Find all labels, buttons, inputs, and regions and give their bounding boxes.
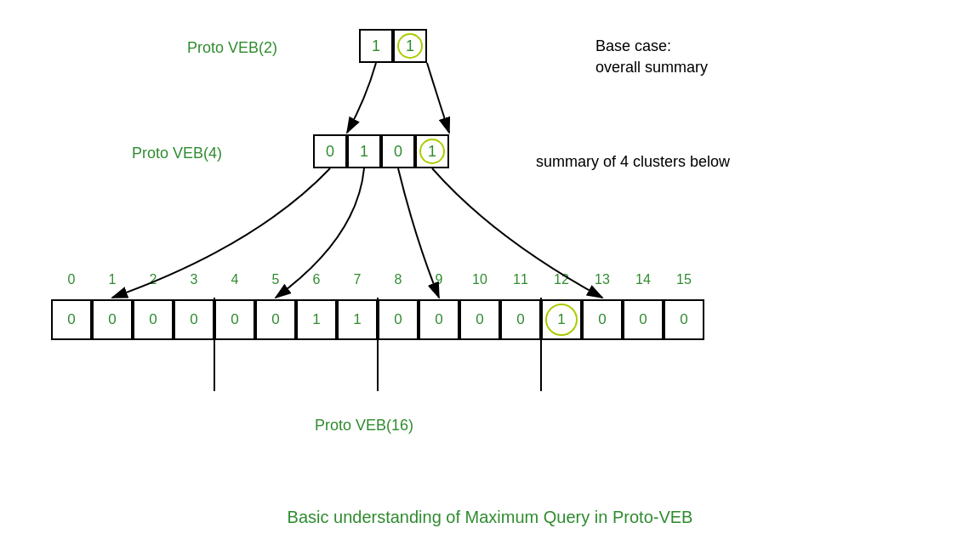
veb4-cell-1: 1 [347, 134, 381, 168]
index-num-2: 2 [133, 272, 174, 287]
index-num-1: 1 [92, 272, 133, 287]
veb16-cell-8: 0 [378, 299, 419, 340]
veb4-cell-3: 1 [415, 134, 449, 168]
veb2-boxes: 11 [359, 29, 427, 63]
veb16-cell-12: 1 [541, 299, 582, 340]
veb16-cell-2: 0 [133, 299, 174, 340]
veb4-boxes: 0101 [313, 134, 449, 168]
bottom-caption: Basic understanding of Maximum Query in … [0, 508, 980, 527]
veb16-cell-15: 0 [664, 299, 704, 340]
veb16-cell-14: 0 [623, 299, 664, 340]
veb16-cell-5: 0 [255, 299, 296, 340]
base-case-label: Base case: overall summary [595, 36, 708, 78]
index-num-4: 4 [214, 272, 255, 287]
index-num-6: 6 [296, 272, 337, 287]
index-num-9: 9 [419, 272, 459, 287]
index-num-11: 11 [500, 272, 541, 287]
index-num-12: 12 [541, 272, 582, 287]
veb16-cell-3: 0 [174, 299, 214, 340]
summary-label: summary of 4 clusters below [536, 153, 730, 171]
index-num-10: 10 [459, 272, 500, 287]
veb16-cell-13: 0 [582, 299, 623, 340]
veb4-cell-0: 0 [313, 134, 347, 168]
index-num-13: 13 [582, 272, 623, 287]
veb2-cell-0: 1 [359, 29, 393, 63]
veb4-cell-2: 0 [381, 134, 415, 168]
index-num-0: 0 [51, 272, 92, 287]
veb16-cell-4: 0 [214, 299, 255, 340]
veb16-cell-1: 0 [92, 299, 133, 340]
index-num-15: 15 [664, 272, 704, 287]
proto-veb4-label: Proto VEB(4) [132, 145, 222, 162]
index-row: 0123456789101112131415 [51, 272, 704, 287]
index-num-8: 8 [378, 272, 419, 287]
veb2-cell-1: 1 [393, 29, 427, 63]
veb16-cell-11: 0 [500, 299, 541, 340]
veb16-cell-10: 0 [459, 299, 500, 340]
veb16-cell-0: 0 [51, 299, 92, 340]
index-num-5: 5 [255, 272, 296, 287]
index-num-3: 3 [174, 272, 214, 287]
index-num-14: 14 [623, 272, 664, 287]
proto-veb2-label: Proto VEB(2) [187, 39, 277, 57]
veb16-cell-9: 0 [419, 299, 459, 340]
veb16-cell-6: 1 [296, 299, 337, 340]
diagram-container: Proto VEB(2) Proto VEB(4) Proto VEB(16) … [0, 0, 980, 551]
proto-veb16-label: Proto VEB(16) [315, 417, 413, 435]
index-num-7: 7 [337, 272, 378, 287]
veb16-boxes: 0000001100001000 [51, 299, 704, 340]
veb16-cell-7: 1 [337, 299, 378, 340]
